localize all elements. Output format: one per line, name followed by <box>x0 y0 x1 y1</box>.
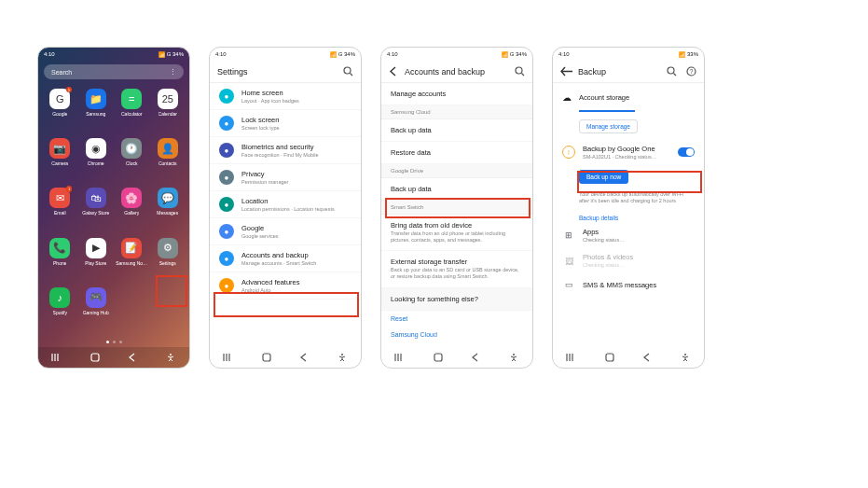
link-samsung-cloud[interactable]: Samsung Cloud <box>381 327 532 342</box>
app-play-store[interactable]: ▶ Play Store <box>80 238 113 282</box>
status-time: 4:10 <box>558 51 570 57</box>
nav-home-icon[interactable] <box>261 352 272 363</box>
search-icon[interactable] <box>343 66 353 77</box>
manage-accounts-row[interactable]: Manage accounts <box>381 83 532 105</box>
account-storage-label: Account storage <box>579 93 695 102</box>
app-settings[interactable]: ⚙ Settings <box>152 238 185 282</box>
app-spotify[interactable]: ♪ Spotify <box>44 287 76 331</box>
svg-text:?: ? <box>690 68 694 75</box>
setting-title: Biometrics and security <box>241 143 351 151</box>
app-galaxy-store[interactable]: 🛍 Galaxy Store <box>80 188 113 231</box>
nav-accessibility-icon[interactable] <box>337 352 348 363</box>
status-bar: 4:10 📶 G 34% <box>381 48 532 61</box>
nav-home-icon[interactable] <box>604 352 615 363</box>
app-clock[interactable]: 🕐 Clock <box>116 138 148 182</box>
battery-pct: G 34% <box>338 51 355 57</box>
search-icon[interactable] <box>667 66 677 77</box>
setting-subtitle: Google services <box>241 233 351 239</box>
setting-home-screen[interactable]: ● Home screen Layout · App icon badges <box>210 83 361 110</box>
app-samsung[interactable]: 📁 Samsung <box>80 89 113 132</box>
nav-back-icon[interactable] <box>641 352 653 363</box>
app-label: Calendar <box>158 111 177 117</box>
nav-home-icon[interactable] <box>90 352 101 363</box>
setting-title: Google <box>241 224 351 232</box>
back-icon[interactable] <box>389 66 399 77</box>
status-time: 4:10 <box>44 51 55 57</box>
search-pill[interactable]: Search ⋮ <box>44 64 184 79</box>
link-reset[interactable]: Reset <box>381 311 532 327</box>
app-samsung-notes[interactable]: 📝 Samsung Notes <box>116 238 148 282</box>
manage-storage-button[interactable]: Manage storage <box>579 119 638 133</box>
nav-accessibility-icon[interactable] <box>680 352 691 363</box>
backup-details-label: Backup details <box>553 210 704 223</box>
row-title: Restore data <box>391 148 523 157</box>
page-dot-2[interactable] <box>113 341 116 343</box>
setting-biometrics-and-security[interactable]: ● Biometrics and security Face recogniti… <box>210 137 361 164</box>
backup-google-one-row[interactable]: ! Backup by Google One SM-A102U1 · Check… <box>553 139 704 166</box>
setting-location[interactable]: ● Location Location permissions · Locati… <box>210 191 361 218</box>
setting-lock-screen[interactable]: ● Lock screen Screen lock type <box>210 110 361 137</box>
nav-bar <box>381 347 532 368</box>
detail-photos-videos[interactable]: 🖼 Photos & videosChecking status… <box>553 248 704 273</box>
detail-sms-mms-messages[interactable]: ▭ SMS & MMS messages <box>553 273 704 296</box>
nav-recent-icon[interactable] <box>223 352 234 363</box>
setting-privacy[interactable]: ● Privacy Permission manager <box>210 164 361 191</box>
app-chrome[interactable]: ◉ Chrome <box>80 138 113 182</box>
search-icon[interactable] <box>515 66 525 77</box>
account-storage-row[interactable]: ☁ Account storage <box>553 87 704 108</box>
app-label: Spotify <box>53 310 67 315</box>
detail-icon: 🖼 <box>562 255 575 268</box>
page-dot-1[interactable] <box>106 341 109 343</box>
app-label: Google <box>52 111 67 117</box>
nav-back-icon[interactable] <box>298 352 310 363</box>
app-label: Clock <box>126 160 138 166</box>
setting-accounts-and-backup[interactable]: ● Accounts and backup Manage accounts · … <box>210 245 361 272</box>
backup-toggle[interactable] <box>678 147 695 157</box>
svg-rect-0 <box>91 354 99 361</box>
backup-now-button[interactable]: Back up now <box>579 170 628 184</box>
row-back-up-data[interactable]: Back up data <box>381 119 532 142</box>
app-label: Camera <box>51 160 68 166</box>
back-arrow-icon[interactable] <box>560 66 572 77</box>
svg-point-5 <box>516 67 522 74</box>
row-title: External storage transfer <box>391 258 523 266</box>
nav-recent-icon[interactable] <box>566 352 577 363</box>
row-restore-data[interactable]: Restore data <box>381 142 532 164</box>
setting-subtitle: Location permissions · Location requests <box>241 206 351 212</box>
nav-back-icon[interactable] <box>470 352 481 363</box>
app-phone[interactable]: 📞 Phone <box>44 238 76 282</box>
setting-advanced-features[interactable]: ● Advanced features Android Auto <box>210 272 361 300</box>
setting-google[interactable]: ● Google Google services <box>210 218 361 245</box>
nav-back-icon[interactable] <box>127 352 138 363</box>
page-indicator <box>38 337 189 347</box>
setting-icon: ● <box>219 197 234 212</box>
row-bring-data-from-old-device[interactable]: Bring data from old deviceTransfer data … <box>381 215 532 251</box>
more-icon[interactable]: ⋮ <box>170 68 176 76</box>
app-calendar[interactable]: 25 Calendar <box>152 89 185 132</box>
app-gallery[interactable]: 🌸 Gallery <box>116 188 148 231</box>
detail-subtitle: Checking status… <box>583 237 695 244</box>
app-email[interactable]: ✉1 Email <box>44 188 76 231</box>
app-camera[interactable]: 📷 Camera <box>44 138 76 182</box>
nav-home-icon[interactable] <box>433 352 444 363</box>
nav-recent-icon[interactable] <box>51 352 62 363</box>
looking-else-label: Looking for something else? <box>391 295 523 303</box>
nav-accessibility-icon[interactable] <box>165 352 176 363</box>
nav-accessibility-icon[interactable] <box>508 352 519 363</box>
app-calculator[interactable]: = Calculator <box>116 89 148 132</box>
app-gaming-hub[interactable]: 🎮 Gaming Hub <box>80 287 113 331</box>
row-back-up-data[interactable]: Back up data <box>381 178 532 201</box>
app-icon: G5 <box>49 89 70 109</box>
detail-apps[interactable]: ⊞ AppsChecking status… <box>553 223 704 248</box>
app-messages[interactable]: 💬 Messages <box>152 188 185 231</box>
app-label: Samsung Notes <box>116 260 147 266</box>
app-icon: 💬 <box>158 188 178 208</box>
detail-icon: ⊞ <box>562 229 575 242</box>
status-icons: 📶 G 34% <box>330 51 355 58</box>
page-dot-3[interactable] <box>119 341 122 343</box>
help-icon[interactable]: ? <box>686 66 696 77</box>
app-contacts[interactable]: 👤 Contacts <box>152 138 185 182</box>
row-external-storage-transfer[interactable]: External storage transferBack up your da… <box>381 251 532 287</box>
app-google[interactable]: G5 Google <box>44 89 76 132</box>
nav-recent-icon[interactable] <box>394 352 406 363</box>
